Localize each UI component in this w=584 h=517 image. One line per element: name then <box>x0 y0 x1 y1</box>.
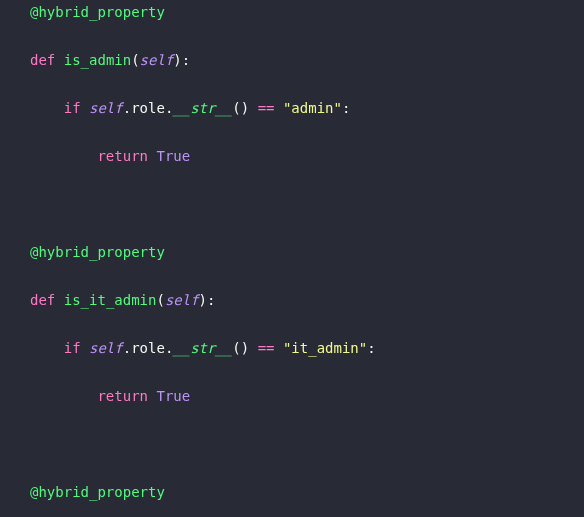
string-literal: "admin" <box>283 100 342 116</box>
code-line[interactable]: @hybrid_property <box>30 240 584 264</box>
code-line[interactable]: if self.role.__str__() == "it_admin": <box>30 336 584 360</box>
keyword-if: if <box>64 100 81 116</box>
self-param: self <box>140 52 174 68</box>
function-name: is_it_admin <box>64 292 157 308</box>
keyword-def: def <box>30 52 55 68</box>
function-name: is_admin <box>64 52 131 68</box>
code-line[interactable]: @hybrid_property <box>30 480 584 504</box>
code-line[interactable]: if self.role.__str__() == "admin": <box>30 96 584 120</box>
code-line[interactable]: return True <box>30 384 584 408</box>
blank-line <box>30 432 584 456</box>
code-editor[interactable]: @hybrid_property def is_admin(self): if … <box>0 0 584 517</box>
code-line[interactable]: def is_it_admin(self): <box>30 288 584 312</box>
dunder-method: __str__ <box>173 100 232 116</box>
blank-line <box>30 192 584 216</box>
keyword-return: return <box>97 148 148 164</box>
bool-literal: True <box>156 148 190 164</box>
code-line[interactable]: return True <box>30 144 584 168</box>
code-line[interactable]: def is_admin(self): <box>30 48 584 72</box>
string-literal: "it_admin" <box>283 340 367 356</box>
code-line[interactable]: @hybrid_property <box>30 0 584 24</box>
decorator: @hybrid_property <box>30 4 165 20</box>
